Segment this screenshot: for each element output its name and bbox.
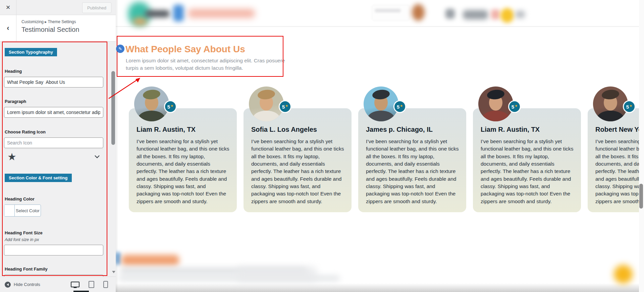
next-section-edit-icon — [116, 252, 120, 265]
hide-controls-button[interactable]: Hide Controls — [5, 282, 40, 288]
star-icon: ★ — [170, 104, 173, 108]
testimonial-card: Sofia L. Los Angeles I’ve been searching… — [244, 86, 352, 213]
back-icon: ‹ — [7, 24, 9, 33]
pencil-icon: ✎ — [118, 46, 122, 51]
device-preview-switcher — [71, 281, 108, 288]
heading-annotation-box — [117, 36, 283, 77]
customizer-sidebar: ✕ Published ‹ Customizing ▸ Theme Settin… — [0, 0, 116, 292]
tablet-preview-icon[interactable] — [89, 281, 94, 288]
icon-search-input[interactable] — [4, 137, 103, 148]
avatar — [593, 86, 628, 121]
star-icon: ★ — [629, 104, 632, 108]
heading-font-size-label: Heading Font Size — [5, 230, 112, 235]
font-size-hint: Add font size in px — [5, 237, 112, 242]
testimonial-cards-row: Liam R. Austin, TX I’ve been searching f… — [129, 86, 644, 213]
customizer-topbar: ✕ Published — [0, 0, 116, 15]
testimonial-name: James p. Chicago, IL — [366, 126, 460, 133]
star-icon: ★ — [7, 152, 16, 162]
site-header-blurred — [116, 0, 644, 26]
scrollbar-down-arrow-icon[interactable] — [112, 271, 115, 273]
hide-controls-label: Hide Controls — [14, 282, 40, 287]
header-gray-item — [516, 11, 525, 18]
published-button[interactable]: Published — [82, 2, 111, 13]
section-color-font-badge: Section Color & Font setting — [5, 174, 72, 182]
avatar — [134, 86, 169, 121]
heading-input[interactable] — [4, 77, 103, 87]
chevron-down-icon — [94, 155, 100, 159]
testimonial-card: Robert New York I’ve been searching for … — [588, 86, 644, 213]
avatar — [364, 86, 398, 121]
section-typography-badge: Section Typoghraphy — [5, 48, 57, 56]
panel-title: Testimonial Section — [21, 26, 79, 34]
collapse-icon — [5, 282, 11, 288]
rating-value: 5 — [626, 104, 629, 110]
active-device-indicator — [73, 291, 89, 292]
select-color-label: Select Color — [15, 208, 41, 213]
icon-picker-dropdown[interactable]: ★ — [4, 149, 103, 164]
panel-header: ‹ Customizing ▸ Theme Settings Testimoni… — [0, 15, 116, 42]
testimonial-name: Liam R. Austin, TX — [481, 126, 574, 133]
next-section-heading-blurred — [121, 255, 179, 266]
next-section-text-blurred — [236, 267, 317, 282]
close-customizer-button[interactable]: ✕ — [0, 0, 16, 15]
bottom-fade — [116, 283, 644, 292]
testimonial-name: Robert New York — [595, 126, 644, 133]
heading-color-label: Heading Color — [5, 196, 112, 201]
header-blue-pill — [173, 5, 184, 21]
avatar — [249, 86, 284, 121]
rating-badge: 5 ★ — [279, 100, 291, 113]
page-scrollbar-thumb[interactable] — [639, 184, 643, 209]
rating-icon-field-label: Choose Rating Icon — [5, 129, 112, 134]
testimonial-review: I’ve been searching for a stylish yet fu… — [366, 138, 460, 205]
testimonial-card: Liam R. Austin, TX I’ve been searching f… — [129, 86, 237, 213]
header-search-box[interactable] — [372, 5, 410, 21]
star-icon: ★ — [285, 104, 288, 108]
testimonial-review: I’ve been searching for a stylish yet fu… — [595, 138, 644, 205]
rating-value: 5 — [282, 104, 285, 110]
mobile-preview-icon[interactable] — [103, 281, 108, 288]
rating-badge: 5 ★ — [508, 100, 521, 113]
testimonial-card: James p. Chicago, IL I’ve been searching… — [358, 86, 466, 213]
header-pink-badge — [491, 9, 500, 19]
logo-text — [145, 10, 170, 17]
back-button[interactable]: ‹ — [0, 15, 16, 41]
testimonial-card: Liam R. Austin, TX I’ve been searching f… — [473, 86, 581, 213]
edit-section-button[interactable]: ✎ — [116, 45, 124, 53]
heading-field-label: Heading — [5, 69, 112, 74]
paragraph-input[interactable] — [4, 107, 103, 118]
testimonial-name: Sofia L. Los Angeles — [251, 126, 345, 133]
rating-value: 5 — [397, 104, 399, 110]
site-preview: ✎ What People Say About Us Lorem ipsum d… — [116, 0, 644, 292]
header-avatar-button[interactable] — [412, 4, 425, 21]
header-yellow-badge — [500, 8, 514, 23]
search-box-text — [375, 9, 401, 12]
controls-panel: Section Typoghraphy Heading Paragraph Ch… — [0, 42, 116, 286]
avatar — [478, 86, 513, 121]
rating-badge: 5 ★ — [623, 100, 636, 113]
rating-badge: 5 ★ — [164, 100, 177, 113]
rating-value: 5 — [167, 104, 170, 110]
rating-badge: 5 ★ — [393, 100, 406, 113]
header-promo-text — [188, 9, 255, 18]
rating-value: 5 — [512, 104, 514, 110]
select-color-button[interactable]: Select Color — [4, 205, 41, 217]
heading-font-size-input[interactable] — [4, 245, 103, 255]
close-icon: ✕ — [6, 4, 10, 11]
breadcrumb: Customizing ▸ Theme Settings — [21, 19, 79, 24]
page-scrollbar-track[interactable] — [639, 0, 644, 292]
header-menu-items — [463, 10, 488, 19]
chat-widget-button[interactable] — [614, 265, 633, 284]
desktop-preview-icon[interactable] — [71, 282, 79, 287]
color-swatch — [4, 205, 15, 216]
star-icon: ★ — [515, 104, 518, 108]
paragraph-field-label: Paragraph — [5, 99, 112, 104]
star-icon: ★ — [400, 104, 403, 108]
logo-accent — [132, 17, 148, 25]
heading-font-family-label: Heading Font Family — [5, 267, 112, 272]
testimonial-review: I’ve been searching for a stylish yet fu… — [251, 138, 345, 205]
header-icon[interactable] — [445, 9, 455, 19]
customizer-footer: Hide Controls — [0, 277, 116, 292]
testimonial-review: I’ve been searching for a stylish yet fu… — [481, 138, 574, 205]
sidebar-scrollbar[interactable] — [111, 71, 115, 145]
testimonial-review: I’ve been searching for a stylish yet fu… — [137, 138, 230, 205]
